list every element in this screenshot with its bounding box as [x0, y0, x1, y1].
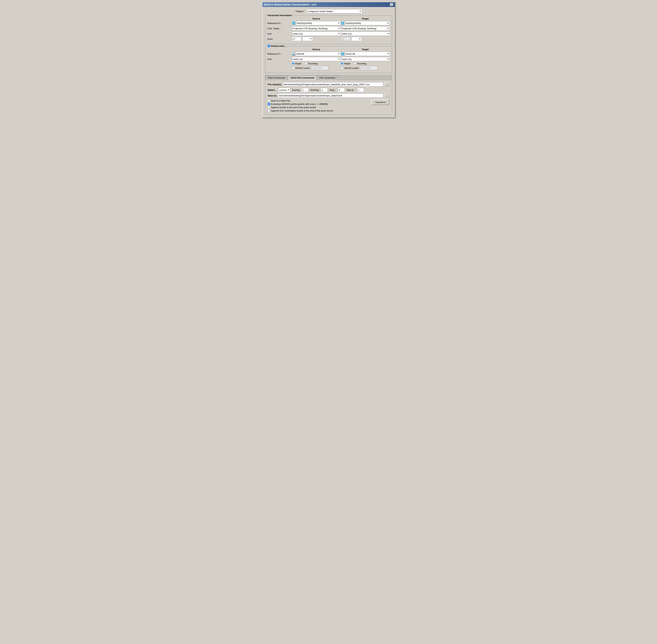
save-new-file-label[interactable]: Save to a New File... — [268, 99, 333, 102]
tab-bar: Point Conversion ASCII File Conversion F… — [265, 75, 392, 80]
file-names-input[interactable] — [283, 82, 383, 87]
horizontal-target-unit-group: meter (m) — [341, 31, 390, 36]
file-names-label: File name(s): — [268, 83, 282, 86]
vertical-target-sounding-label[interactable]: Sounding — [354, 62, 366, 65]
horizontal-target-unit-select[interactable]: meter (m) — [341, 31, 390, 36]
horizontal-target-coor-group: Projected UTM (Easting, Northing) — [341, 26, 390, 30]
vertical-source-geoid-label: GEOID model: — [295, 67, 310, 69]
horizontal-coor-row: Coor. Syste... Projected UTM (Easting, N… — [267, 26, 390, 30]
vertical-ref-row: Reference Fr... 🌊 MHHW 🌐 NAVD 88 — [267, 52, 390, 56]
vertical-source-geoid-select[interactable]: GEOID99 — [311, 66, 328, 70]
horizontal-source-coor-select[interactable]: Projected UTM (Easting, Northing) — [292, 26, 341, 30]
vertical-ref-label: Reference Fr... — [267, 53, 292, 55]
horizontal-source-header: Source — [292, 17, 341, 20]
vertical-target-height-radio[interactable] — [341, 63, 343, 65]
horizontal-source-unit-select[interactable]: meter (m) — [292, 31, 341, 36]
horizontal-target-header: Target — [341, 17, 390, 20]
save-as-label: Save as: — [268, 94, 277, 97]
append-results-checkbox[interactable] — [268, 106, 270, 109]
vertical-target-radio-group: Height Sounding — [341, 62, 390, 65]
vertical-geoid-row: GEOID model: GEOID99 GEOID model: GEOID9… — [267, 66, 390, 70]
delim-select[interactable]: comma — [278, 88, 290, 92]
transform-button[interactable]: Transform — [371, 99, 389, 105]
horizontal-source-unit-group: meter (m) — [292, 31, 341, 36]
height-col-label: Heig... — [330, 89, 336, 91]
northing-label: Northing — [310, 89, 319, 91]
horizontal-source-zone-input[interactable] — [292, 37, 301, 41]
vertical-source-ref-group: 🌊 MHHW — [292, 52, 341, 56]
horizontal-target-ref-group: 🌐 NAD83(HARN) — [341, 21, 390, 25]
vertical-target-geoid-group: GEOID model: GEOID99 — [341, 66, 390, 70]
skip-input[interactable] — [357, 88, 364, 92]
vertical-source-unit-select[interactable]: meter (m) — [292, 57, 341, 61]
horizontal-zone-row: Zone: — [267, 37, 390, 41]
horizontal-ref-label: Reference Fr... — [267, 22, 292, 25]
globe-icon-vert-source: 🌊 — [292, 52, 295, 55]
vertical-unit-label: Unit: — [267, 58, 292, 61]
vertical-target-geoid-label: GEOID model: — [344, 67, 359, 69]
vertical-source-height-radio[interactable] — [292, 63, 294, 65]
height-col-input[interactable] — [338, 88, 345, 92]
delimiter-row: Delimi... comma Easting Northing Heig...… — [268, 88, 389, 92]
skip-label: Skip (li... — [346, 89, 355, 91]
horizontal-ref-row: Reference Fr... 🌐 NAD83(HARN) 🌐 NAD83(HA… — [267, 21, 390, 25]
file-names-row: File name(s): ... — [268, 82, 389, 87]
vertical-target-height-label[interactable]: Height — [341, 62, 350, 65]
tab-file-conversion[interactable]: File Conversion — [317, 75, 338, 80]
globe-icon-source-ref: 🌐 — [292, 21, 295, 25]
horizontal-source-ref-group: 🌐 NAD83(HARN) — [292, 21, 341, 25]
tabs-container: Point Conversion ASCII File Conversion F… — [265, 75, 392, 115]
horizontal-section-title: Horizontal Information — [267, 14, 293, 17]
file-names-browse-button[interactable]: ... — [384, 82, 389, 87]
save-as-row: Save as: ... — [268, 93, 389, 98]
easting-input[interactable] — [301, 88, 309, 92]
horizontal-target-zone-input[interactable] — [341, 37, 350, 41]
vertical-source-height-label[interactable]: Height — [292, 62, 301, 65]
horizontal-source-ref-select[interactable]: NAD83(HARN) — [296, 21, 341, 25]
horizontal-unit-row: Unit: meter (m) meter (m) — [267, 31, 390, 36]
vertical-source-ref-select[interactable]: MHHW — [296, 52, 341, 56]
vertical-section-title: Vertical Infor... — [267, 45, 287, 47]
horizontal-source-zone-group — [292, 37, 341, 41]
vertical-target-ref-select[interactable]: NAVD 88 — [345, 52, 390, 56]
tab-ascii-file-conversion[interactable]: ASCII File Conversion — [288, 75, 317, 80]
horizontal-zone-label: Zone: — [267, 38, 292, 40]
horizontal-coor-label: Coor. Syste... — [267, 27, 292, 30]
region-label: * Region : — [295, 10, 305, 13]
append-svu-checkbox[interactable] — [268, 110, 270, 112]
append-results-label[interactable]: Append results to the end of the point r… — [268, 106, 333, 109]
vertical-source-geoid-group: GEOID model: GEOID99 — [292, 66, 341, 70]
vertical-target-unit-select[interactable]: meter (m) — [341, 57, 390, 61]
vertical-target-unit-group: meter (m) — [341, 57, 390, 61]
northing-input[interactable] — [321, 88, 328, 92]
tab-ascii-content: File name(s): ... Delimi... comma Eastin… — [265, 80, 392, 115]
tab-point-conversion[interactable]: Point Conversion — [265, 75, 288, 80]
save-as-browse-button[interactable]: ... — [384, 93, 389, 98]
vertical-enable-checkbox[interactable] — [268, 45, 270, 47]
horizontal-target-ref-select[interactable]: NAD83(HARN) — [345, 21, 390, 25]
vertical-source-sounding-radio[interactable] — [305, 63, 307, 65]
checkboxes-col: Save to a New File... Excluding NODATA p… — [268, 99, 333, 112]
horizontal-target-zone-select[interactable] — [351, 37, 362, 41]
exclude-nodata-checkbox[interactable] — [268, 103, 270, 105]
minimize-button[interactable]: – — [390, 3, 393, 6]
vertical-section: Vertical Infor... Source Target Referenc… — [265, 46, 392, 73]
region-select[interactable]: Contiguous United States — [306, 9, 362, 13]
horizontal-unit-label: Unit: — [267, 32, 292, 35]
vertical-target-sounding-radio[interactable] — [354, 63, 356, 65]
save-new-file-checkbox[interactable] — [268, 99, 270, 102]
vertical-unit-row: Unit: meter (m) meter (m) — [267, 57, 390, 61]
vertical-target-geoid-select[interactable]: GEOID99 — [360, 66, 378, 70]
horizontal-target-coor-select[interactable]: Projected UTM (Easting, Northing) — [341, 26, 390, 30]
append-svu-label[interactable]: Append SVU uncertainty results to the en… — [268, 109, 333, 112]
vertical-source-sounding-label[interactable]: Sounding — [305, 62, 318, 65]
horizontal-target-zone-group — [341, 37, 390, 41]
vertical-source-geoid-checkbox[interactable] — [292, 67, 294, 69]
vertical-target-geoid-checkbox[interactable] — [341, 67, 343, 69]
globe-icon-target-ref: 🌐 — [341, 21, 344, 25]
vertical-target-ref-group: 🌐 NAVD 88 — [341, 52, 390, 56]
bottom-section: Save to a New File... Excluding NODATA p… — [268, 99, 389, 112]
horizontal-source-zone-select[interactable] — [302, 37, 313, 41]
save-as-input[interactable] — [278, 93, 383, 98]
exclude-nodata-label[interactable]: Excluding NODATA points (points with coo… — [268, 103, 333, 106]
